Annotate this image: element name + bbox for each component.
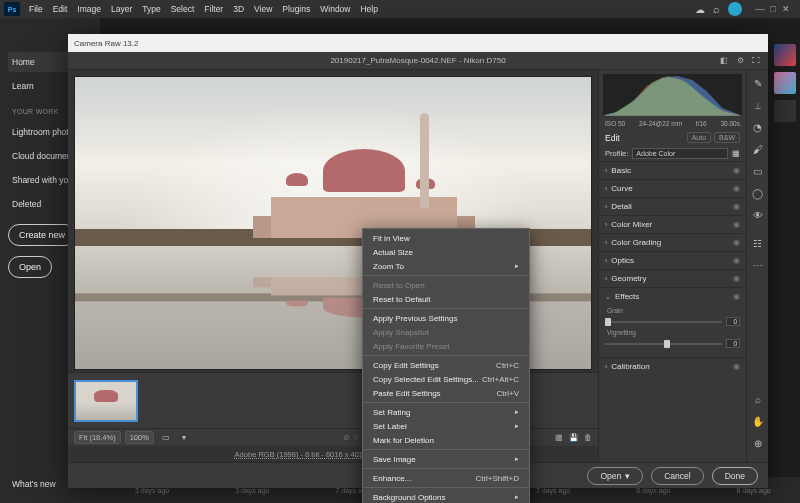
crop-tool-icon[interactable]: ⟂	[751, 98, 765, 112]
ps-logo-icon: Ps	[4, 2, 20, 16]
menu-edit[interactable]: Edit	[48, 4, 73, 14]
section-effects[interactable]: ⌄ Effects ◉	[599, 287, 746, 305]
menu-type[interactable]: Type	[137, 4, 165, 14]
fullscreen-icon[interactable]: ⛶	[750, 55, 762, 67]
filmstrip-thumb[interactable]	[74, 380, 138, 422]
brush-tool-icon[interactable]: 🖌	[751, 142, 765, 156]
visibility-icon[interactable]: ◉	[733, 166, 740, 175]
section-geometry[interactable]: ›Geometry◉	[599, 269, 746, 287]
profile-label: Profile:	[605, 149, 628, 158]
histogram[interactable]	[603, 74, 742, 116]
menu-item-apply-previous-settings[interactable]: Apply Previous Settings	[363, 311, 529, 325]
toggle-before-after-icon[interactable]: ◧	[718, 55, 730, 67]
radial-tool-icon[interactable]: ◯	[751, 186, 765, 200]
menu-item-background-options[interactable]: Background Options▸	[363, 490, 529, 503]
menu-3d[interactable]: 3D	[228, 4, 249, 14]
edit-tool-icon[interactable]: ✎	[751, 76, 765, 90]
search-icon[interactable]: ⌕	[713, 3, 720, 15]
menu-select[interactable]: Select	[166, 4, 200, 14]
zoom-tool-icon[interactable]: ⌕	[751, 392, 765, 406]
menu-item-copy-selected-edit-settings-[interactable]: Copy Selected Edit Settings...Ctrl+Alt+C	[363, 372, 529, 386]
settings-gear-icon[interactable]: ⚙	[734, 55, 746, 67]
done-button[interactable]: Done	[712, 467, 758, 485]
bw-button[interactable]: B&W	[714, 132, 740, 143]
menu-item-actual-size[interactable]: Actual Size	[363, 245, 529, 259]
filmstrip-toggle-icon[interactable]: ▭	[158, 433, 174, 442]
profile-browse-icon[interactable]: ▦	[732, 149, 740, 158]
menu-item-set-label[interactable]: Set Label▸	[363, 419, 529, 433]
visibility-icon[interactable]: ◉	[733, 256, 740, 265]
menu-window[interactable]: Window	[315, 4, 355, 14]
menu-item-enhance-[interactable]: Enhance...Ctrl+Shift+D	[363, 471, 529, 485]
menu-image[interactable]: Image	[72, 4, 106, 14]
menu-plugins[interactable]: Plugins	[277, 4, 315, 14]
menu-item-copy-edit-settings[interactable]: Copy Edit SettingsCtrl+C	[363, 358, 529, 372]
grid-view-icon[interactable]: ▦	[555, 433, 563, 442]
visibility-icon[interactable]: ◉	[733, 184, 740, 193]
recent-thumb[interactable]	[774, 44, 796, 66]
recent-thumb[interactable]	[774, 72, 796, 94]
visibility-icon[interactable]: ◉	[733, 362, 740, 371]
section-optics[interactable]: ›Optics◉	[599, 251, 746, 269]
cloud-sync-icon[interactable]: ☁	[695, 4, 705, 15]
sampler-tool-icon[interactable]: ⊕	[751, 436, 765, 450]
menu-item-save-image[interactable]: Save Image▸	[363, 452, 529, 466]
user-avatar[interactable]	[728, 2, 742, 16]
create-new-button[interactable]: Create new	[8, 224, 76, 246]
trash-icon[interactable]: 🗑	[584, 433, 592, 442]
zoom-100-button[interactable]: 100%	[125, 431, 154, 444]
section-calibration[interactable]: › Calibration ◉	[599, 357, 746, 375]
presets-icon[interactable]: ☷	[751, 236, 765, 250]
vignetting-slider[interactable]	[605, 343, 722, 345]
visibility-icon[interactable]: ◉	[733, 292, 740, 301]
visibility-icon[interactable]: ◉	[733, 202, 740, 211]
menu-item-zoom-to[interactable]: Zoom To▸	[363, 259, 529, 273]
menu-item-paste-edit-settings[interactable]: Paste Edit SettingsCtrl+V	[363, 386, 529, 400]
edit-panel: ISO 50 24-24@22 mm f/16 30.00s Edit Auto…	[598, 70, 746, 462]
menu-item-set-rating[interactable]: Set Rating▸	[363, 405, 529, 419]
vignetting-value[interactable]: 0	[726, 339, 740, 348]
profile-selector[interactable]: Adobe Color	[632, 148, 728, 159]
auto-button[interactable]: Auto	[687, 132, 711, 143]
open-button[interactable]: Open	[8, 256, 52, 278]
visibility-icon[interactable]: ◉	[733, 274, 740, 283]
grain-value[interactable]: 0	[726, 317, 740, 326]
section-detail[interactable]: ›Detail◉	[599, 197, 746, 215]
cancel-button[interactable]: Cancel	[651, 467, 703, 485]
section-curve[interactable]: ›Curve◉	[599, 179, 746, 197]
section-label: Detail	[611, 202, 631, 211]
menu-item-reset-to-open: Reset to Open	[363, 278, 529, 292]
zoom-fit-selector[interactable]: Fit (18.4%)	[74, 431, 121, 444]
redeye-tool-icon[interactable]: 👁	[751, 208, 765, 222]
menu-file[interactable]: File	[24, 4, 48, 14]
save-icon[interactable]: 💾	[569, 433, 578, 442]
section-basic[interactable]: ›Basic◉	[599, 161, 746, 179]
visibility-icon[interactable]: ◉	[733, 220, 740, 229]
chevron-right-icon: ›	[605, 185, 607, 192]
recent-thumb[interactable]	[774, 100, 796, 122]
chevron-right-icon: ›	[605, 363, 607, 370]
more-icon[interactable]: ⋯	[751, 258, 765, 272]
visibility-icon[interactable]: ◉	[733, 238, 740, 247]
menu-filter[interactable]: Filter	[199, 4, 228, 14]
gradient-tool-icon[interactable]: ▭	[751, 164, 765, 178]
menu-item-fit-in-view[interactable]: Fit in View	[363, 231, 529, 245]
menu-view[interactable]: View	[249, 4, 277, 14]
grain-slider[interactable]	[605, 321, 722, 323]
window-close-icon[interactable]: ✕	[782, 4, 790, 14]
filename-label: 20190217_PutraMosque-0042.NEF - Nikon D7…	[330, 56, 505, 65]
open-image-button[interactable]: Open▾	[587, 467, 643, 485]
filter-icon[interactable]: ▾	[178, 433, 190, 442]
section-color-grading[interactable]: ›Color Grading◉	[599, 233, 746, 251]
menu-layer[interactable]: Layer	[106, 4, 137, 14]
menu-item-reset-to-default[interactable]: Reset to Default	[363, 292, 529, 306]
window-minimize-icon[interactable]: —	[756, 4, 765, 14]
menu-help[interactable]: Help	[355, 4, 382, 14]
camera-raw-header: 20190217_PutraMosque-0042.NEF - Nikon D7…	[68, 52, 768, 70]
menu-item-mark-for-deletion[interactable]: Mark for Deletion	[363, 433, 529, 447]
section-color-mixer[interactable]: ›Color Mixer◉	[599, 215, 746, 233]
meta-shutter: 30.00s	[720, 120, 740, 127]
window-maximize-icon[interactable]: □	[771, 4, 776, 14]
heal-tool-icon[interactable]: ◔	[751, 120, 765, 134]
hand-tool-icon[interactable]: ✋	[751, 414, 765, 428]
